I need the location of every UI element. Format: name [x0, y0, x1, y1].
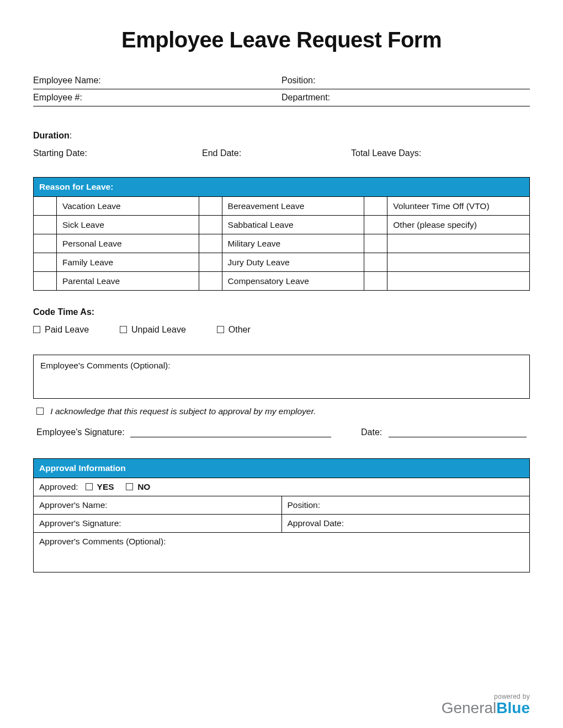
reason-check[interactable]	[34, 272, 57, 291]
ack-text: I acknowledge that this request is subje…	[50, 406, 316, 416]
employee-sig-label: Employee's Signature:	[36, 427, 130, 437]
checkbox-icon[interactable]	[126, 483, 133, 490]
reason-check[interactable]	[34, 216, 57, 234]
checkbox-icon[interactable]	[33, 326, 40, 333]
reason-label	[387, 272, 530, 291]
reason-label: Vacation Leave	[56, 197, 199, 216]
info-row-2: Employee #: Department:	[33, 89, 530, 106]
reason-check[interactable]	[199, 197, 222, 216]
reason-label: Sabbatical Leave	[222, 216, 364, 234]
approval-date-cell[interactable]: Approval Date:	[282, 515, 530, 533]
reason-label: Bereavement Leave	[222, 197, 364, 216]
reason-label: Parental Leave	[56, 272, 199, 291]
reason-label	[387, 234, 530, 253]
reason-header: Reason for Leave:	[34, 178, 530, 197]
footer-brand: powered by GeneralBlue	[442, 693, 530, 716]
employee-comments-label: Employee's Comments (Optional):	[40, 361, 171, 370]
approved-row: Approved: YES NO	[34, 478, 530, 496]
reason-check[interactable]	[199, 253, 222, 272]
total-days-label[interactable]: Total Leave Days:	[351, 148, 530, 158]
employee-sig-line[interactable]	[130, 425, 331, 437]
end-date-label[interactable]: End Date:	[202, 148, 351, 158]
start-date-label[interactable]: Starting Date:	[33, 148, 202, 158]
approver-sig-cell[interactable]: Approver's Signature:	[34, 515, 282, 533]
approver-position-cell[interactable]: Position:	[282, 496, 530, 515]
reason-table: Reason for Leave: Vacation Leave Bereave…	[33, 177, 530, 291]
department-label[interactable]: Department:	[282, 93, 530, 103]
reason-check[interactable]	[199, 272, 222, 291]
reason-check[interactable]	[364, 234, 387, 253]
sig-date-label: Date:	[361, 427, 389, 437]
reason-check[interactable]	[364, 253, 387, 272]
reason-label: Other (please specify)	[387, 216, 530, 234]
code-unpaid-option[interactable]: Unpaid Leave	[120, 325, 186, 335]
reason-label: Sick Leave	[56, 216, 199, 234]
approval-header: Approval Information	[34, 459, 530, 478]
reason-check[interactable]	[364, 197, 387, 216]
approver-comments-cell[interactable]: Approver's Comments (Optional):	[34, 533, 530, 572]
reason-label	[387, 253, 530, 272]
checkbox-icon[interactable]	[217, 326, 224, 333]
approver-name-cell[interactable]: Approver's Name:	[34, 496, 282, 515]
reason-check[interactable]	[34, 253, 57, 272]
reason-label: Family Leave	[56, 253, 199, 272]
page-title: Employee Leave Request Form	[33, 28, 530, 52]
reason-check[interactable]	[364, 272, 387, 291]
ack-row[interactable]: I acknowledge that this request is subje…	[33, 399, 530, 422]
brand-logo: GeneralBlue	[442, 700, 530, 716]
checkbox-icon[interactable]	[36, 408, 44, 415]
approval-table: Approval Information Approved: YES NO Ap…	[33, 458, 530, 572]
employee-name-label[interactable]: Employee Name:	[33, 76, 282, 85]
checkbox-icon[interactable]	[86, 483, 93, 490]
position-label[interactable]: Position:	[282, 76, 530, 85]
sig-date-line[interactable]	[389, 425, 527, 437]
code-paid-option[interactable]: Paid Leave	[33, 325, 89, 335]
reason-check[interactable]	[34, 197, 57, 216]
reason-label: Compensatory Leave	[222, 272, 364, 291]
reason-check[interactable]	[199, 234, 222, 253]
reason-label: Military Leave	[222, 234, 364, 253]
info-row-1: Employee Name: Position:	[33, 72, 530, 89]
reason-check[interactable]	[34, 234, 57, 253]
code-other-option[interactable]: Other	[217, 325, 251, 335]
reason-check[interactable]	[199, 216, 222, 234]
checkbox-icon[interactable]	[120, 326, 127, 333]
duration-heading: Duration:	[33, 131, 530, 141]
reason-label: Jury Duty Leave	[222, 253, 364, 272]
reason-label: Volunteer Time Off (VTO)	[387, 197, 530, 216]
code-heading: Code Time As:	[33, 307, 530, 317]
reason-label: Personal Leave	[56, 234, 199, 253]
reason-check[interactable]	[364, 216, 387, 234]
employee-comments-box[interactable]: Employee's Comments (Optional):	[33, 355, 530, 399]
employee-num-label[interactable]: Employee #:	[33, 93, 282, 103]
